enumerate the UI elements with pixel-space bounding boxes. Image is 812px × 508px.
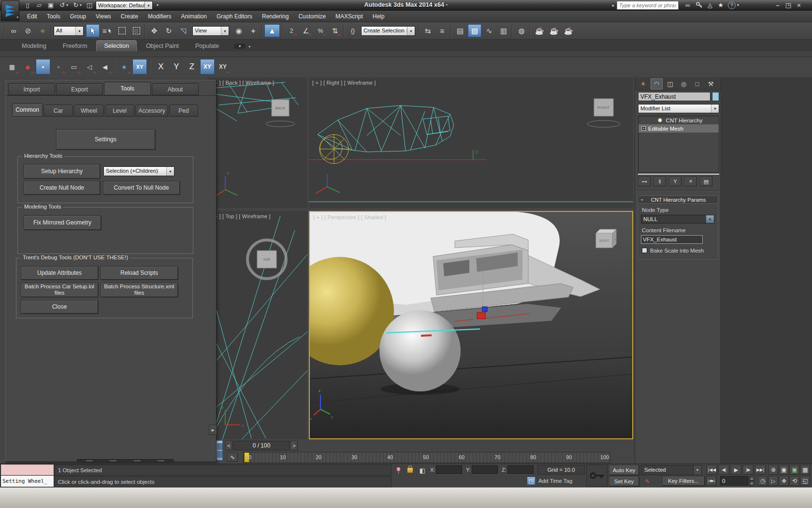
axis-constraint-z[interactable]: Z (185, 59, 199, 75)
z-coord-field[interactable] (508, 465, 534, 474)
auto-key-button[interactable]: Auto Key (609, 465, 639, 475)
percent-snap-toggle[interactable]: %∩ (314, 24, 327, 37)
help-icon[interactable]: ? (728, 1, 736, 9)
reference-coordinate-dropdown[interactable]: View ▼ (192, 26, 229, 36)
material-editor-button[interactable]: ◍ (515, 24, 528, 37)
ribbon-tab-populate[interactable]: Populate (188, 41, 226, 51)
rendered-frame-window-button[interactable]: ☕ (547, 24, 561, 37)
new-file-icon[interactable]: ▯ (22, 0, 33, 10)
spinner-down-icon[interactable]: ▼ (749, 481, 754, 486)
set-keys-button[interactable] (586, 464, 608, 487)
absolute-offset-toggle[interactable]: ◧ (418, 465, 427, 475)
utilities-tab-icon[interactable]: ⚒ (705, 78, 717, 90)
subtab-common[interactable]: Common (12, 103, 43, 117)
restore-button[interactable]: ◳ (783, 0, 794, 10)
display-tab-icon[interactable]: □ (691, 78, 703, 90)
convert-to-null-node-button[interactable]: Convert To Null Node (103, 181, 180, 194)
menu-group[interactable]: Group (65, 12, 91, 21)
previous-frame-button[interactable]: ◀| (719, 465, 729, 475)
ribbon-minimize-pill[interactable]: ▼ (234, 44, 246, 49)
modify-tab-icon[interactable]: ◠ (651, 78, 663, 90)
y-coord-field[interactable] (472, 465, 498, 474)
schematic-view-button[interactable]: ▥ (497, 24, 510, 37)
ribbon-tab-selection[interactable]: Selection (96, 40, 136, 51)
tab-import[interactable]: Import (8, 83, 55, 95)
modifier-list-dropdown[interactable]: Modifier List ▼ (638, 104, 719, 113)
license-key-icon[interactable] (694, 0, 705, 10)
snaps-toggle-2d[interactable]: 2∩ (285, 24, 298, 37)
viewport-right[interactable]: y RIGHT [ + ] [ Right ] [ Wireframe ] (309, 77, 633, 208)
hierarchy-tab-icon[interactable]: ◫ (664, 78, 676, 90)
selection-lock-icon[interactable] (407, 467, 413, 473)
orbit-icon[interactable]: ⟲ (790, 476, 799, 486)
menu-create[interactable]: Create (116, 12, 143, 21)
create-tab-icon[interactable]: ☀ (637, 78, 649, 90)
stack-row-editable-mesh[interactable]: + Editable Mesh (638, 124, 719, 133)
use-pivot-center-button[interactable]: ◉ (232, 24, 246, 37)
menu-animation[interactable]: Animation (176, 12, 212, 21)
edit-named-selection-sets-button[interactable]: {} (346, 24, 360, 37)
menu-maxscript[interactable]: MAXScript (331, 12, 368, 21)
zoom-extents-selected-icon[interactable]: ▣ (790, 465, 799, 475)
selection-filter-dropdown[interactable]: All ▼ (54, 26, 84, 36)
reload-scripts-button[interactable]: Reload Scripts (101, 266, 178, 280)
search-input[interactable] (617, 1, 679, 10)
menu-views[interactable]: Views (91, 12, 116, 21)
viewport-back[interactable]: BACK x z [ + ] [ Back ] [ Wireframe ] (208, 77, 307, 208)
viewport-right-label[interactable]: [ + ] [ Right ] [ Wireframe ] (312, 80, 376, 86)
subtab-accessory[interactable]: Accessory (135, 105, 168, 117)
batch-process-car-setup-button[interactable]: Batch Process Car Setup.lol files (21, 283, 98, 297)
snap-vertex-toggle[interactable]: ▪∩ (36, 59, 50, 75)
snap-midpoint-toggle[interactable]: ▭∩ (67, 59, 81, 75)
open-file-icon[interactable]: ▱ (34, 0, 44, 10)
undo-dropdown-icon[interactable]: ▾ (65, 0, 70, 10)
create-null-node-button[interactable]: Create Null Node (24, 181, 100, 194)
viewport-top-label[interactable]: [ + ] [ Top ] [ Wireframe ] (211, 213, 271, 219)
settings-button[interactable]: Settings (56, 129, 155, 149)
viewport-perspective[interactable]: RIGHT L z x y [ + ] [ Perspective ] [ Sh… (309, 211, 633, 439)
binoculars-icon[interactable]: ∞ (682, 0, 693, 10)
scene-explorer-toggle[interactable]: ▧ (468, 24, 481, 37)
menu-modifiers[interactable]: Modifiers (143, 12, 176, 21)
time-ruler[interactable]: 0 10 20 30 40 50 60 70 80 90 100 (243, 452, 610, 463)
align-button[interactable]: ≡ (435, 24, 449, 37)
pin-stack-icon[interactable]: ⊶ (638, 177, 651, 186)
isolate-selection-icon[interactable] (396, 467, 401, 473)
key-filters-button[interactable]: Key Filters... (662, 476, 705, 486)
content-filename-field[interactable] (641, 235, 703, 244)
close-button[interactable]: × (794, 0, 804, 10)
keyboard-shortcut-override-toggle[interactable]: ▲ (264, 24, 280, 37)
listener-line[interactable]: Setting Wheel_ (0, 476, 54, 487)
named-selection-set-dropdown[interactable]: Create Selection Se ▼ (361, 26, 415, 36)
viewport-top[interactable]: TOP x y [ + ] [ Top ] [ Wireframe ] (208, 211, 307, 439)
workspace-dropdown[interactable]: Workspace: Default ▼ (96, 1, 153, 10)
hierarchy-selection-dropdown[interactable]: Selection (+Children) ▼ (103, 166, 174, 176)
key-mode-toggle[interactable]: |◀▶| (707, 476, 716, 486)
stack-resize-grip[interactable] (638, 174, 719, 175)
select-and-move-button[interactable]: ✥ (147, 24, 161, 37)
mirror-button[interactable]: ⇆ (421, 24, 435, 37)
star-icon[interactable]: ★ (715, 0, 726, 10)
menu-edit[interactable]: Edit (22, 12, 42, 21)
default-in-out-tangent-icon[interactable]: ∿ (642, 477, 652, 485)
add-time-tag-label[interactable]: Add Time Tag (538, 478, 572, 484)
zoom-all-icon[interactable]: ▦ (800, 465, 810, 475)
next-range-button[interactable]: > (290, 441, 298, 450)
zoom-icon[interactable]: ⊕ (768, 465, 778, 475)
add-time-tag-icon[interactable]: ◳ (527, 477, 536, 485)
viewport-perspective-label[interactable]: [ + ] [ Perspective ] [ Shaded ] (313, 214, 386, 220)
snap-xy-plane-toggle[interactable]: XY∩ (132, 59, 147, 75)
x-coord-field[interactable] (436, 465, 462, 474)
subtab-wheel[interactable]: Wheel (74, 105, 104, 117)
snap-face2-toggle[interactable]: ◀∩ (98, 59, 112, 75)
expand-plus-icon[interactable]: + (641, 126, 646, 131)
render-production-button[interactable]: ☕ (562, 24, 575, 37)
minimize-button[interactable]: – (772, 0, 783, 10)
viewport-back-label[interactable]: [ + ] [ Back ] [ Wireframe ] (211, 80, 274, 86)
ribbon-config-arrow-icon[interactable]: ▾ (248, 45, 250, 49)
select-and-link-icon[interactable]: ∞ (7, 24, 20, 37)
ribbon-tab-modeling[interactable]: Modeling (14, 41, 54, 51)
next-frame-button[interactable]: |▶ (743, 465, 754, 475)
qat-flyout-icon[interactable]: ▾ (155, 0, 160, 10)
modifier-stack[interactable]: CNT Hierarchy + Editable Mesh (638, 116, 719, 173)
